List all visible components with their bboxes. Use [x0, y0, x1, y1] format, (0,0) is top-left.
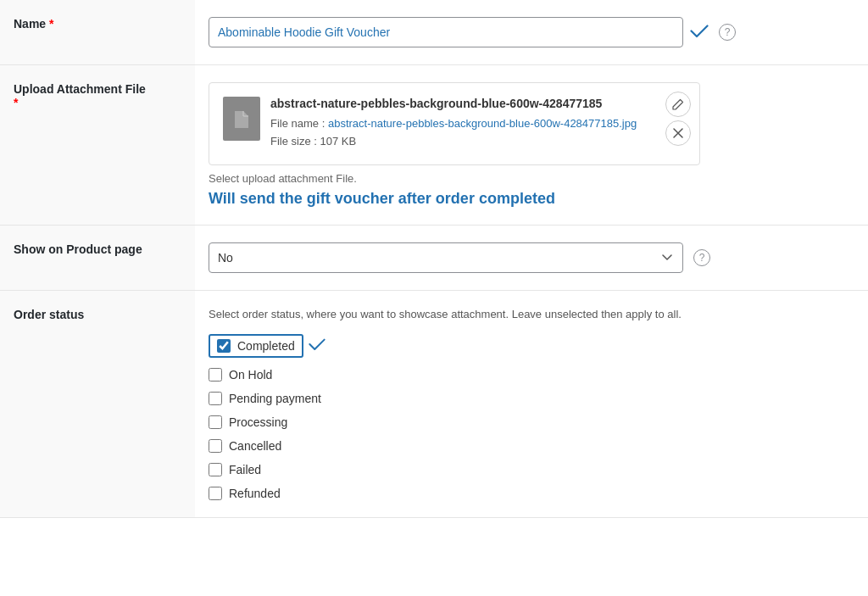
order-status-content-cell: Select order status, where you want to s… — [195, 290, 868, 517]
completed-label: Completed — [237, 339, 295, 353]
name-row: Name * ? — [0, 0, 868, 65]
name-checkmark-icon — [690, 25, 709, 41]
cancelled-checkbox-label[interactable]: Cancelled — [209, 439, 854, 453]
file-name-label: File name : — [270, 117, 325, 130]
name-input[interactable] — [209, 17, 683, 47]
order-status-label-cell: Order status — [0, 290, 195, 517]
failed-label: Failed — [229, 463, 261, 476]
on-hold-checkbox[interactable] — [209, 368, 222, 382]
cancelled-label: Cancelled — [229, 439, 281, 453]
file-details: abstract-nature-pebbles-background-blue-… — [270, 97, 686, 151]
pending-payment-label: Pending payment — [229, 392, 321, 405]
processing-checkbox[interactable] — [209, 415, 222, 429]
show-on-product-select-wrap: No Yes ? — [209, 242, 854, 273]
failed-checkbox-label[interactable]: Failed — [209, 463, 854, 476]
upload-hint: Select upload attachment File. — [209, 172, 854, 185]
upload-label: Upload Attachment File — [14, 82, 146, 96]
file-meta: File name : abstract-nature-pebbles-back… — [270, 115, 686, 151]
file-edit-button[interactable] — [665, 92, 691, 117]
name-input-wrap: ? — [209, 17, 854, 47]
file-size-value: 107 KB — [320, 135, 357, 148]
show-on-product-help-icon[interactable]: ? — [693, 249, 710, 266]
processing-label: Processing — [229, 415, 287, 429]
completed-checkbox-label[interactable]: Completed — [209, 334, 303, 358]
upload-required-star: * — [14, 96, 18, 109]
on-hold-checkbox-label[interactable]: On Hold — [209, 368, 854, 382]
pending-payment-checkbox-label[interactable]: Pending payment — [209, 392, 854, 405]
name-required-star: * — [49, 17, 53, 31]
name-help-icon[interactable]: ? — [719, 24, 736, 41]
file-remove-button[interactable] — [665, 120, 691, 146]
file-type-icon — [223, 97, 260, 141]
show-on-product-label-cell: Show on Product page — [0, 225, 195, 290]
refunded-label: Refunded — [229, 487, 281, 500]
settings-form: Name * ? Upload Attachment File * — [0, 0, 868, 518]
file-card: abstract-nature-pebbles-background-blue-… — [209, 82, 700, 165]
show-on-product-label: Show on Product page — [14, 242, 142, 256]
name-label: Name — [14, 17, 46, 31]
gift-voucher-message: Will send the gift voucher after order c… — [209, 190, 854, 208]
show-on-product-select[interactable]: No Yes — [209, 242, 683, 273]
completed-checkmark-icon — [309, 338, 326, 354]
completed-row: Completed — [209, 334, 854, 358]
show-on-product-content-cell: No Yes ? — [195, 225, 868, 290]
show-on-product-row: Show on Product page No Yes ? — [0, 225, 868, 290]
refunded-checkbox[interactable] — [209, 487, 222, 500]
on-hold-label: On Hold — [229, 368, 272, 382]
file-name-link[interactable]: abstract-nature-pebbles-background-blue-… — [328, 117, 637, 130]
file-size-label: File size : — [270, 135, 317, 148]
order-status-row: Order status Select order status, where … — [0, 290, 868, 517]
completed-checkbox[interactable] — [217, 339, 231, 353]
order-status-description: Select order status, where you want to s… — [209, 308, 854, 320]
order-status-checkbox-list: Completed On Hold Pending pa — [209, 334, 854, 500]
cancelled-checkbox[interactable] — [209, 439, 222, 453]
name-label-cell: Name * — [0, 0, 195, 65]
processing-checkbox-label[interactable]: Processing — [209, 415, 854, 429]
order-status-label: Order status — [14, 308, 84, 321]
file-actions — [665, 92, 691, 146]
upload-row: Upload Attachment File * abstract-nature… — [0, 65, 868, 226]
name-content-cell: ? — [195, 0, 868, 65]
upload-label-cell: Upload Attachment File * — [0, 65, 195, 226]
pending-payment-checkbox[interactable] — [209, 392, 222, 405]
upload-content-cell: abstract-nature-pebbles-background-blue-… — [195, 65, 868, 226]
failed-checkbox[interactable] — [209, 463, 222, 476]
refunded-checkbox-label[interactable]: Refunded — [209, 487, 854, 500]
file-name-main: abstract-nature-pebbles-background-blue-… — [270, 97, 686, 110]
